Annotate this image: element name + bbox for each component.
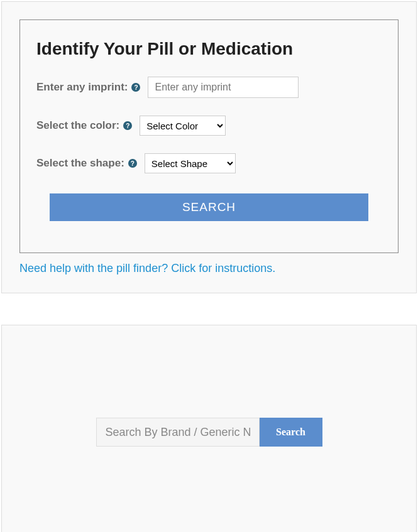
imprint-label: Enter any imprint: (36, 81, 128, 94)
brand-search-panel: Search (1, 325, 417, 532)
shape-select[interactable]: Select Shape (145, 153, 236, 173)
brand-search-input[interactable] (96, 418, 260, 447)
pill-finder-panel: Identify Your Pill or Medication Enter a… (1, 1, 417, 293)
imprint-input[interactable] (148, 77, 299, 98)
help-icon[interactable]: ? (123, 121, 132, 130)
brand-search-form: Search (96, 418, 322, 447)
shape-label: Select the shape: (36, 157, 124, 170)
brand-search-button[interactable]: Search (260, 418, 322, 447)
help-link[interactable]: Need help with the pill finder? Click fo… (19, 262, 399, 275)
pill-finder-card: Identify Your Pill or Medication Enter a… (19, 19, 399, 253)
search-button[interactable]: SEARCH (50, 193, 368, 221)
color-select[interactable]: Select Color (140, 116, 226, 136)
imprint-row: Enter any imprint: ? (36, 77, 382, 98)
help-icon[interactable]: ? (128, 159, 137, 168)
pill-finder-title: Identify Your Pill or Medication (36, 39, 382, 59)
help-icon[interactable]: ? (131, 83, 140, 92)
shape-row: Select the shape: ? Select Shape (36, 153, 382, 173)
color-row: Select the color: ? Select Color (36, 116, 382, 136)
color-label: Select the color: (36, 119, 119, 132)
